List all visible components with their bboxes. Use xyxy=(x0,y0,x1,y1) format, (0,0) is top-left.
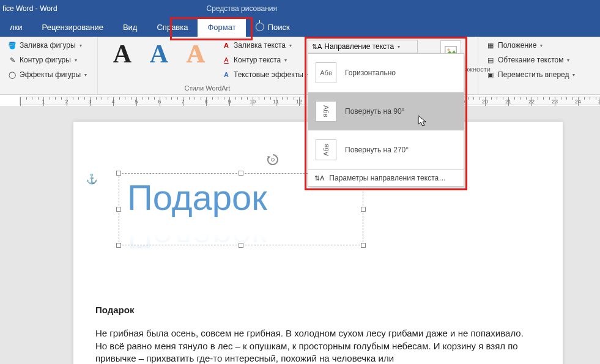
option-label: Повернуть на 90° xyxy=(345,107,404,116)
mouse-cursor-icon xyxy=(418,115,428,127)
pen-icon: ✎ xyxy=(7,55,17,65)
chevron-down-icon: ▾ xyxy=(540,43,543,48)
bring-forward-button[interactable]: ▣ Переместить вперед ▾ xyxy=(483,69,595,81)
text-direction-rotate-270[interactable]: Абв Повернуть на 270° xyxy=(308,131,464,169)
options-label: Параметры направления текста… xyxy=(329,174,446,182)
shape-outline-button[interactable]: ✎ Контур фигуры ▾ xyxy=(5,54,89,66)
text-outline-button[interactable]: A Контур текста ▾ xyxy=(219,54,312,66)
rotate-handle[interactable] xyxy=(265,152,280,167)
arrange-group: ▦ Положение ▾ ▤ Обтекание текстом ▾ ▣ Пе… xyxy=(478,37,600,94)
text-direction-button[interactable]: ⇅A Направление текста ▾ xyxy=(308,40,418,53)
chevron-down-icon: ▾ xyxy=(572,72,575,78)
ruler-number: 6 xyxy=(158,98,161,105)
ruler-number: 21 xyxy=(505,98,511,105)
ruler-number: 2 xyxy=(65,98,68,105)
resize-handle-bl[interactable] xyxy=(116,243,121,248)
chevron-down-icon: ▾ xyxy=(75,58,77,63)
ruler-number: 5 xyxy=(135,98,138,105)
text-effects-button[interactable]: A Текстовые эффекты ▾ xyxy=(219,69,312,81)
tab-review[interactable]: Рецензирование xyxy=(32,17,113,37)
wordart-group-label: Стили WordArt xyxy=(103,83,312,93)
app-title: fice Word - Word xyxy=(0,4,57,13)
wordart-reflection: Подарок xyxy=(127,216,267,257)
text-outline-icon: A xyxy=(221,55,231,65)
tab-view[interactable]: Вид xyxy=(113,17,147,37)
chevron-down-icon: ▾ xyxy=(567,58,569,63)
wordart-style-2[interactable]: A xyxy=(143,39,175,69)
position-button[interactable]: ▦ Положение ▾ xyxy=(483,39,595,51)
text-fill-label: Заливка текста xyxy=(234,41,286,50)
svg-point-1 xyxy=(448,48,450,51)
text-direction-horizontal[interactable]: Абв Горизонтально xyxy=(308,54,464,92)
shape-fill-label: Заливка фигуры xyxy=(20,41,76,50)
bucket-icon: 🪣 xyxy=(7,40,17,50)
tab-format[interactable]: Формат xyxy=(198,17,245,37)
shape-effects-label: Эффекты фигуры xyxy=(20,70,81,79)
ruler-number: 12 xyxy=(296,98,302,105)
ruler-number: 24 xyxy=(575,98,581,105)
shape-outline-label: Контур фигуры xyxy=(20,56,71,64)
anchor-icon: ⚓ xyxy=(86,173,98,185)
search-label: Поиск xyxy=(268,23,290,32)
ruler-number: 10 xyxy=(250,98,256,105)
horizontal-ruler[interactable]: 1234567891011121314151617181920212223242… xyxy=(0,95,600,107)
effects-icon: ◯ xyxy=(7,70,17,80)
ruler-number: 22 xyxy=(528,98,535,105)
paragraph: Не грибная была осень, совсем не грибная… xyxy=(95,327,536,364)
chevron-down-icon: ▾ xyxy=(284,58,287,63)
thumb-horizontal: Абв xyxy=(316,62,336,83)
wrap-icon: ▤ xyxy=(486,55,495,65)
text-fill-button[interactable]: A Заливка текста ▾ xyxy=(219,39,312,51)
text-direction-icon: ⇅A xyxy=(312,43,322,51)
text-effects-label: Текстовые эффекты xyxy=(234,70,303,79)
ruler-number: 8 xyxy=(204,98,207,105)
ruler-number: 4 xyxy=(111,98,114,105)
document-area: ⚓ Подарок Подарок Подарок Не грибная был… xyxy=(0,107,600,364)
ruler-number: 1 xyxy=(42,98,45,105)
chevron-down-icon: ▾ xyxy=(80,43,82,48)
wordart-style-3[interactable]: A xyxy=(180,39,212,69)
text-fill-icon: A xyxy=(221,40,231,50)
wordart-gallery[interactable]: A A A xyxy=(103,39,215,69)
svg-point-2 xyxy=(272,158,275,162)
wrap-text-label: Обтекание текстом xyxy=(498,56,563,64)
text-outline-label: Контур текста xyxy=(234,56,281,64)
ruler-number: 23 xyxy=(552,98,558,105)
partial-group-label: эжности xyxy=(465,65,491,73)
text-effects-icon: A xyxy=(221,70,231,80)
ruler-number: 20 xyxy=(482,98,488,105)
position-icon: ▦ xyxy=(486,40,495,50)
document-body[interactable]: Подарок Не грибная была осень, совсем не… xyxy=(95,304,536,364)
chevron-down-icon: ▾ xyxy=(289,43,292,48)
search-icon xyxy=(256,23,264,31)
ribbon: 🪣 Заливка фигуры ▾ ✎ Контур фигуры ▾ ◯ Э… xyxy=(0,37,600,95)
chevron-down-icon: ▾ xyxy=(84,72,87,78)
heading: Подарок xyxy=(95,304,536,316)
tab-help[interactable]: Справка xyxy=(147,17,198,37)
ruler-tick xyxy=(20,97,21,106)
shape-effects-button[interactable]: ◯ Эффекты фигуры ▾ xyxy=(5,69,89,81)
ribbon-tabs: лки Рецензирование Вид Справка Формат По… xyxy=(0,17,600,37)
option-label: Горизонтально xyxy=(345,69,396,77)
options-icon: ⇅A xyxy=(314,174,324,182)
thumb-rotate-270: Абв xyxy=(316,139,336,160)
position-label: Положение xyxy=(498,41,536,50)
tell-me-search[interactable]: Поиск xyxy=(246,17,300,37)
resize-handle-br[interactable] xyxy=(361,243,366,248)
wordart-style-1[interactable]: A xyxy=(106,39,138,69)
text-direction-label: Направление текста xyxy=(324,42,394,51)
text-direction-rotate-90[interactable]: Абв Повернуть на 90° xyxy=(308,92,464,131)
wrap-text-button[interactable]: ▤ Обтекание текстом ▾ xyxy=(483,54,595,66)
rotate-icon xyxy=(265,152,280,167)
chevron-down-icon: ▾ xyxy=(398,44,400,50)
ruler-number: 9 xyxy=(228,98,231,105)
shape-fill-button[interactable]: 🪣 Заливка фигуры ▾ xyxy=(5,39,89,51)
tab-links[interactable]: лки xyxy=(0,17,32,37)
option-label: Повернуть на 270° xyxy=(345,146,409,154)
title-bar: fice Word - Word Средства рисования xyxy=(0,0,600,17)
text-direction-menu: Абв Горизонтально Абв Повернуть на 90° А… xyxy=(308,53,464,187)
text-direction-options[interactable]: ⇅A Параметры направления текста… xyxy=(308,169,464,186)
ruler-number: 7 xyxy=(181,98,184,105)
bring-forward-label: Переместить вперед xyxy=(498,70,569,79)
ruler-number: 3 xyxy=(88,98,91,105)
